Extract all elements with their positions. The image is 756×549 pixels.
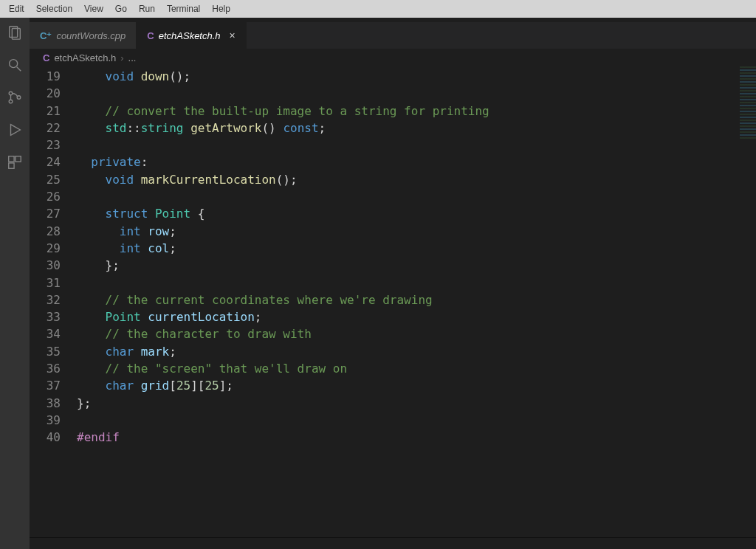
menubar: EditSelectionViewGoRunTerminalHelp	[0, 0, 756, 18]
line-number: 30	[30, 257, 61, 274]
code-line[interactable]	[77, 274, 756, 291]
line-number: 21	[30, 103, 61, 120]
code-line[interactable]: // the character to draw with	[77, 325, 756, 342]
line-number: 29	[30, 240, 61, 257]
line-number: 24	[30, 153, 61, 170]
code-line[interactable]: // the "screen" that we'll draw on	[77, 360, 756, 377]
line-number: 35	[30, 343, 61, 360]
line-number: 26	[30, 188, 61, 205]
svg-marker-7	[11, 125, 21, 136]
code-line[interactable]: #endif	[77, 429, 756, 446]
code-line[interactable]: void down();	[77, 68, 756, 85]
line-number: 27	[30, 205, 61, 222]
tab-title: countWords.cpp	[56, 30, 126, 41]
line-number: 23	[30, 137, 61, 153]
code-line[interactable]: Point currentLocation;	[77, 308, 756, 325]
line-number: 28	[30, 223, 61, 240]
code-line[interactable]: char mark;	[77, 343, 756, 360]
line-number: 25	[30, 171, 61, 188]
code-line[interactable]: std::string getArtwork() const;	[77, 120, 756, 137]
main-area: C⁺countWords.cppCetchASketch.h× C etchAS…	[0, 18, 756, 549]
line-number: 22	[30, 120, 61, 137]
code-line[interactable]	[77, 412, 756, 429]
line-number: 40	[30, 429, 61, 446]
line-number: 36	[30, 360, 61, 377]
line-number: 37	[30, 377, 61, 394]
line-number: 32	[30, 291, 61, 308]
activity-bar	[0, 18, 30, 549]
code-line[interactable]: // convert the built-up image to a strin…	[77, 103, 756, 120]
svg-point-4	[9, 92, 13, 95]
breadcrumb[interactable]: C etchASketch.h › ...	[30, 49, 756, 66]
code-line[interactable]: void markCurrentLocation();	[77, 171, 756, 188]
code-line[interactable]	[77, 137, 756, 153]
line-number: 31	[30, 274, 61, 291]
breadcrumb-sep: ›	[120, 52, 123, 63]
menu-help[interactable]: Help	[206, 2, 236, 15]
code-line[interactable]: int row;	[77, 223, 756, 240]
menu-view[interactable]: View	[78, 2, 109, 15]
code-line[interactable]: private:	[77, 153, 756, 170]
breadcrumb-ellipsis: ...	[128, 52, 137, 63]
line-number: 39	[30, 412, 61, 429]
code-line[interactable]: struct Point {	[77, 205, 756, 222]
tab-countWords-cpp[interactable]: C⁺countWords.cpp	[30, 22, 137, 49]
menu-edit[interactable]: Edit	[3, 2, 30, 15]
tab-bar: C⁺countWords.cppCetchASketch.h×	[30, 22, 756, 49]
debug-icon[interactable]	[6, 121, 24, 139]
svg-rect-8	[9, 156, 14, 162]
minimap[interactable]	[740, 66, 756, 140]
line-number: 33	[30, 308, 61, 325]
line-number-gutter: 1920212223242526272829303132333435363738…	[30, 66, 74, 537]
breadcrumb-file: etchASketch.h	[54, 52, 116, 63]
editor[interactable]: 1920212223242526272829303132333435363738…	[30, 66, 756, 537]
svg-rect-9	[16, 156, 21, 162]
svg-point-5	[9, 100, 13, 103]
code-line[interactable]: };	[77, 395, 756, 412]
code-line[interactable]	[77, 85, 756, 102]
code-area[interactable]: void down(); // convert the built-up ima…	[74, 66, 756, 537]
file-type-icon: C	[147, 30, 154, 41]
editor-group: C⁺countWords.cppCetchASketch.h× C etchAS…	[30, 18, 756, 549]
menu-terminal[interactable]: Terminal	[161, 2, 206, 15]
line-number: 20	[30, 85, 61, 102]
extensions-icon[interactable]	[6, 153, 24, 171]
line-number: 34	[30, 325, 61, 342]
status-strip	[30, 537, 756, 549]
line-number: 38	[30, 395, 61, 412]
file-type-icon: C⁺	[40, 30, 52, 41]
tab-etchASketch-h[interactable]: CetchASketch.h×	[137, 22, 246, 49]
search-icon[interactable]	[6, 56, 24, 74]
code-line[interactable]: // the current coordinates where we're d…	[77, 291, 756, 308]
code-line[interactable]: };	[77, 257, 756, 274]
svg-rect-10	[9, 163, 14, 168]
menu-run[interactable]: Run	[133, 2, 161, 15]
close-icon[interactable]: ×	[230, 30, 236, 41]
explorer-icon[interactable]	[6, 24, 24, 41]
code-line[interactable]: char grid[25][25];	[77, 377, 756, 394]
line-number: 19	[30, 68, 61, 85]
menu-selection[interactable]: Selection	[30, 2, 78, 15]
svg-point-2	[10, 60, 18, 68]
source-control-icon[interactable]	[6, 89, 24, 106]
code-line[interactable]	[77, 188, 756, 205]
code-line[interactable]: int col;	[77, 240, 756, 257]
svg-line-3	[17, 67, 21, 72]
tab-title: etchASketch.h	[159, 30, 221, 41]
breadcrumb-lang-icon: C	[43, 52, 49, 63]
menu-go[interactable]: Go	[109, 2, 133, 15]
